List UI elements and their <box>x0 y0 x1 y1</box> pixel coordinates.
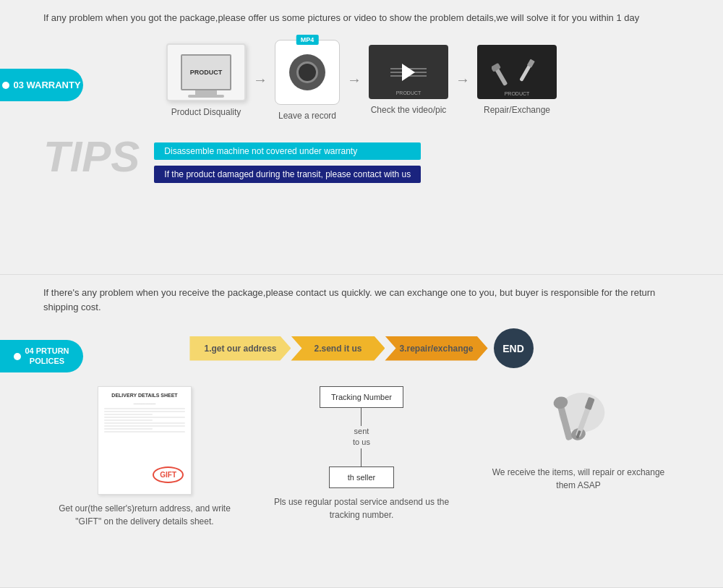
return-steps-row: 1.get our address 2.send it us 3.repair/… <box>43 328 680 368</box>
repair-icon: PRODUCT <box>477 45 557 99</box>
sheet-line-9 <box>104 431 185 433</box>
sheet-line-1 <box>104 408 185 409</box>
warranty-step-4: PRODUCT Repair/Exchange <box>477 45 557 115</box>
repair-tools-svg <box>542 386 615 459</box>
connector-1 <box>361 408 362 426</box>
return-desc-3: We receive the items, will repair or exc… <box>488 466 669 492</box>
tip-note-2: If the product damaged during the transi… <box>154 166 421 183</box>
th-seller-box: th seller <box>329 466 394 488</box>
sent-to-us-label: sentto us <box>353 426 370 448</box>
badge-dot <box>2 82 9 89</box>
return-section: If there's any problem when you receive … <box>0 275 723 588</box>
warranty-step-3: PRODUCT Check the video/pic <box>369 45 448 115</box>
repair-product-text: PRODUCT <box>505 91 530 96</box>
step3-label: Check the video/pic <box>371 105 447 115</box>
return-badge: 04 PRTURNPOLICES <box>0 340 83 372</box>
arrow-1: → <box>253 72 268 88</box>
tracking-diagram: Tracking Number sentto us th seller <box>320 386 403 488</box>
product-icon: PRODUCT <box>166 43 246 101</box>
tips-notes: Disassemble machine not covered under wa… <box>154 135 421 183</box>
warranty-step-1: PRODUCT Product Disquality <box>166 43 246 117</box>
return-desc-2: Pls use regular postal service andsend u… <box>271 495 452 521</box>
warranty-step-2: MP4 Leave a record <box>275 40 340 121</box>
sheet-line-7 <box>104 425 185 427</box>
tips-section: TIPS Disassemble machine not covered und… <box>43 135 680 183</box>
warranty-steps-row: PRODUCT Product Disquality → MP4 Leave a… <box>43 40 680 121</box>
delivery-sheet: DELIVERY DETAILS SHEET ___________ GIFT <box>98 386 192 495</box>
badge-dot-2 <box>14 353 21 360</box>
gift-badge: GIFT <box>153 466 184 483</box>
sheet-subtitle: ___________ <box>104 400 185 404</box>
mp4-icon: MP4 <box>275 40 340 105</box>
sheet-line-3 <box>104 414 153 415</box>
sheet-line-5 <box>104 419 153 421</box>
product-label: PRODUCT <box>190 69 223 76</box>
return-step-3: 3.repair/exchange <box>385 336 487 361</box>
video-icon: PRODUCT <box>369 45 448 99</box>
return-desc-1: Get our(the seller's)return address, and… <box>54 502 235 528</box>
warranty-badge: 03 WARRANTY <box>0 69 83 101</box>
warranty-section: If any problem when you got the package,… <box>0 0 723 275</box>
step1-label: Product Disquality <box>171 107 241 117</box>
sheet-line-4 <box>104 417 185 418</box>
sheet-line-8 <box>104 428 153 430</box>
sheet-lines <box>104 408 185 433</box>
return-items-row: DELIVERY DETAILS SHEET ___________ GIFT … <box>43 386 680 528</box>
sheet-line-6 <box>104 422 185 424</box>
return-step-1: 1.get our address <box>189 336 291 361</box>
monitor-base <box>188 95 224 98</box>
mp4-badge: MP4 <box>296 35 319 45</box>
camera-circle <box>289 54 325 90</box>
tracking-number-box: Tracking Number <box>320 386 403 408</box>
return-item-2: Tracking Number sentto us th seller Pls … <box>271 386 452 528</box>
warranty-text: If any problem when you got the package,… <box>43 11 680 25</box>
tools-svg <box>492 54 542 90</box>
camera-inner <box>296 61 318 83</box>
video-product-text: PRODUCT <box>369 90 448 95</box>
arrow-3: → <box>455 72 470 88</box>
play-triangle <box>402 64 415 81</box>
sheet-title: DELIVERY DETAILS SHEET <box>104 393 185 398</box>
monitor-screen: PRODUCT <box>181 54 231 90</box>
step4-label: Repair/Exchange <box>484 105 550 115</box>
return-item-1: DELIVERY DETAILS SHEET ___________ GIFT … <box>54 386 235 528</box>
arrow-2: → <box>347 72 362 88</box>
tracking-line-1: sentto us <box>353 408 370 466</box>
return-item-3: We receive the items, will repair or exc… <box>488 386 669 528</box>
tip-note-1: Disassemble machine not covered under wa… <box>154 142 421 160</box>
tips-title: TIPS <box>43 135 140 179</box>
connector-2 <box>361 448 362 466</box>
return-step-2: 2.send it us <box>291 336 385 361</box>
tools-icon <box>542 386 615 459</box>
sheet-line-2 <box>104 411 185 412</box>
return-text: If there's any problem when you receive … <box>43 286 680 314</box>
step2-label: Leave a record <box>278 111 336 121</box>
end-box: END <box>494 328 534 368</box>
